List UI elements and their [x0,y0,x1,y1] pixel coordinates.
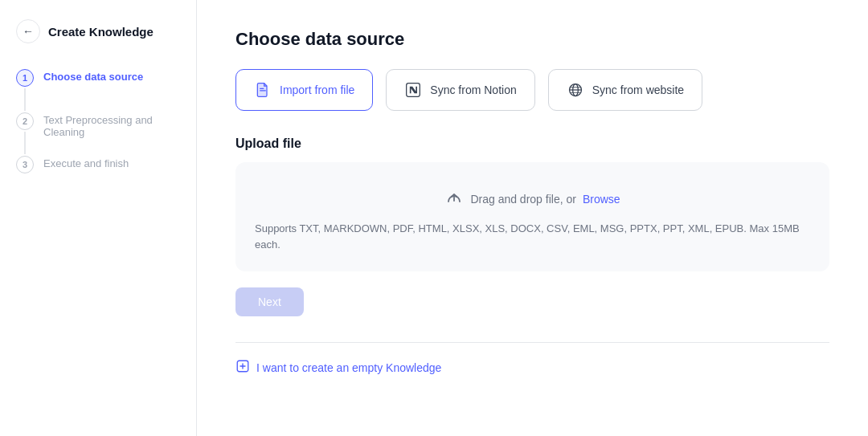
empty-knowledge-link[interactable]: I want to create an empty Knowledge [235,359,829,377]
upload-arrow-icon [444,188,464,210]
page-title: Choose data source [235,29,829,50]
step-item-2: 2 Text Preprocessing and Cleaning [16,112,180,156]
drop-text: Drag and drop file, or [470,193,576,206]
step-label-1: Choose data source [43,69,143,83]
next-button[interactable]: Next [235,287,304,316]
datasource-file-button[interactable]: Import from file [235,69,373,111]
drop-zone: Drag and drop file, or Browse [255,188,810,210]
step-connector-3: 3 [16,156,34,173]
datasource-notion-button[interactable]: Sync from Notion [386,69,534,111]
step-connector-1: 1 [16,69,34,112]
step-number-1: 1 [16,69,34,87]
step-item-1: 1 Choose data source [16,69,180,112]
back-arrow-icon: ← [23,25,34,38]
empty-knowledge-icon [235,359,250,377]
datasource-file-label: Import from file [280,84,354,96]
upload-section-title: Upload file [235,137,829,151]
back-button[interactable]: ← [16,19,40,43]
upload-icon-row: Drag and drop file, or Browse [444,188,620,210]
step-label-2: Text Preprocessing and Cleaning [43,112,180,138]
sidebar-title: Create Knowledge [48,25,154,39]
empty-knowledge-label: I want to create an empty Knowledge [256,361,441,374]
file-document-icon [254,81,272,99]
supported-formats-text: Supports TXT, MARKDOWN, PDF, HTML, XLSX,… [255,221,810,252]
upload-area[interactable]: Drag and drop file, or Browse Supports T… [235,162,829,271]
browse-link[interactable]: Browse [583,193,620,206]
step-number-2: 2 [16,112,34,130]
globe-icon [567,81,584,99]
step-number-3: 3 [16,156,34,173]
datasource-notion-label: Sync from Notion [430,84,516,96]
step-label-3: Execute and finish [43,156,129,169]
sidebar-header: ← Create Knowledge [16,19,180,43]
steps-list: 1 Choose data source 2 Text Preprocessin… [16,69,180,173]
divider [235,342,829,343]
step-connector-2: 2 [16,112,34,156]
datasource-website-label: Sync from website [592,84,684,96]
datasource-website-button[interactable]: Sync from website [548,69,702,111]
sidebar: ← Create Knowledge 1 Choose data source … [0,0,197,436]
main-content: Choose data source Import from file [197,0,868,436]
notion-icon [404,81,422,99]
step-item-3: 3 Execute and finish [16,156,180,173]
datasource-row: Import from file Sync from Notion [235,69,829,111]
step-line-1 [24,88,26,111]
step-line-2 [24,132,26,154]
